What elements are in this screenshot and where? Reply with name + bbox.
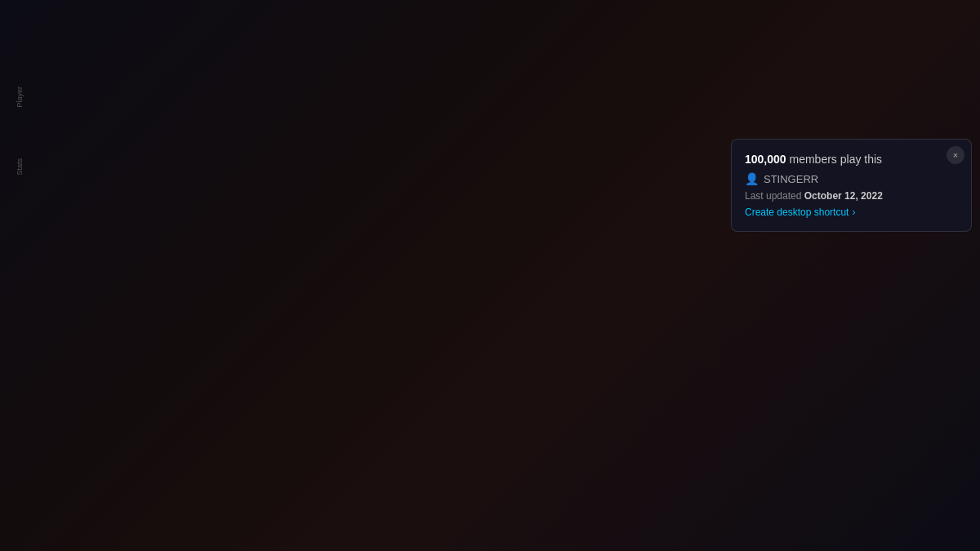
author-icon: 👤: [745, 172, 759, 185]
popup-updated-label: Last updated: [745, 190, 801, 202]
popup-updated-date: October 12, 2022: [804, 190, 883, 202]
sidebar-label-stats: Stats: [16, 158, 24, 176]
popup-members-label: members play this: [790, 153, 883, 166]
popup-link-text: Create desktop shortcut: [745, 207, 849, 218]
info-popup: × 100,000 members play this 👤 STINGERR L…: [731, 139, 972, 232]
popup-updated: Last updated October 12, 2022: [745, 190, 958, 202]
popup-members: 100,000 members play this: [745, 153, 958, 166]
popup-close-button[interactable]: ×: [947, 146, 964, 164]
sidebar-label-player: Player: [16, 87, 24, 108]
popup-link-arrow: ›: [852, 207, 855, 218]
popup-desktop-link[interactable]: Create desktop shortcut ›: [745, 207, 958, 218]
popup-author: 👤 STINGERR: [745, 172, 958, 185]
popup-members-count: 100,000: [745, 153, 786, 166]
popup-author-name: STINGERR: [764, 173, 818, 185]
